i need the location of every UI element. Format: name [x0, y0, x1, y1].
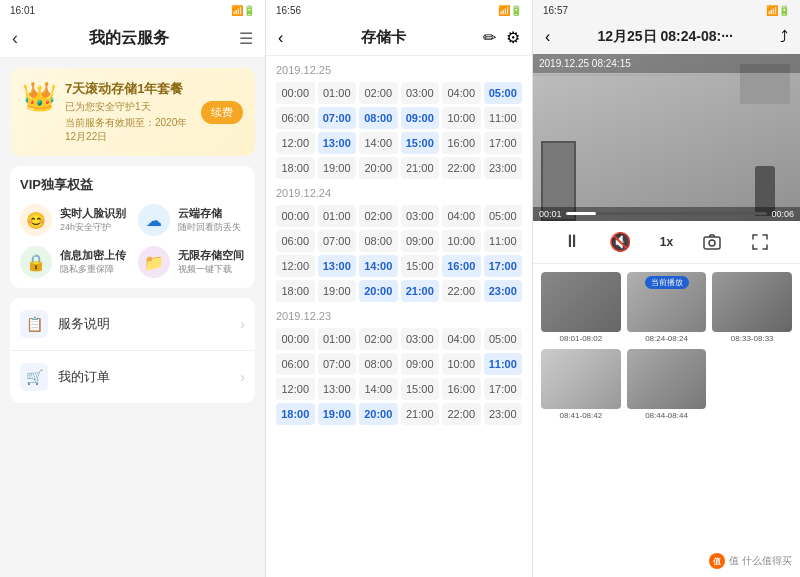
time-cell[interactable]: 15:00 [401, 378, 440, 400]
time-cell[interactable]: 07:00 [318, 230, 357, 252]
time-cell[interactable]: 02:00 [359, 82, 398, 104]
time-cell[interactable]: 14:00 [359, 255, 398, 277]
time-cell[interactable]: 16:00 [442, 132, 481, 154]
time-cell[interactable]: 02:00 [359, 205, 398, 227]
video-progress-bar[interactable] [566, 212, 768, 215]
time-cell[interactable]: 02:00 [359, 328, 398, 350]
time-cell[interactable]: 21:00 [401, 403, 440, 425]
pause-button[interactable]: ⏸ [563, 231, 581, 252]
time-cell[interactable]: 08:00 [359, 230, 398, 252]
time-cell[interactable]: 17:00 [484, 378, 523, 400]
time-cell[interactable]: 16:00 [442, 255, 481, 277]
time-cell[interactable]: 07:00 [318, 107, 357, 129]
time-cell[interactable]: 13:00 [318, 378, 357, 400]
time-cell[interactable]: 13:00 [318, 132, 357, 154]
time-cell[interactable]: 08:00 [359, 107, 398, 129]
time-cell[interactable]: 14:00 [359, 132, 398, 154]
panel3-title: 12月25日 08:24-08:··· [597, 28, 732, 46]
back-button-2[interactable]: ‹ [278, 29, 283, 47]
time-cell[interactable]: 09:00 [401, 107, 440, 129]
time-cell[interactable]: 00:00 [276, 205, 315, 227]
time-cell[interactable]: 11:00 [484, 230, 523, 252]
time-cell[interactable]: 11:00 [484, 353, 523, 375]
time-cell[interactable]: 20:00 [359, 157, 398, 179]
time-cell[interactable]: 23:00 [484, 157, 523, 179]
time-cell[interactable]: 15:00 [401, 255, 440, 277]
time-cell[interactable]: 20:00 [359, 403, 398, 425]
time-cell[interactable]: 19:00 [318, 157, 357, 179]
time-cell[interactable]: 01:00 [318, 328, 357, 350]
thumb-item-4[interactable]: 08:41-08:42 [541, 349, 621, 420]
time-cell[interactable]: 06:00 [276, 353, 315, 375]
time-scroll-area[interactable]: 2019.12.2500:0001:0002:0003:0004:0005:00… [266, 56, 532, 577]
time-cell[interactable]: 14:00 [359, 378, 398, 400]
renew-button[interactable]: 续费 [201, 101, 243, 124]
time-cell[interactable]: 00:00 [276, 82, 315, 104]
thumb-item-2[interactable]: 当前播放 08:24-08:24 [627, 272, 707, 343]
time-cell[interactable]: 17:00 [484, 255, 523, 277]
time-cell[interactable]: 12:00 [276, 255, 315, 277]
thumb-item-1[interactable]: 08:01-08:02 [541, 272, 621, 343]
time-cell[interactable]: 10:00 [442, 353, 481, 375]
time-cell[interactable]: 03:00 [401, 205, 440, 227]
settings-icon[interactable]: ⚙ [506, 28, 520, 47]
time-cell[interactable]: 05:00 [484, 82, 523, 104]
time-cell[interactable]: 01:00 [318, 82, 357, 104]
time-cell[interactable]: 18:00 [276, 280, 315, 302]
time-cell[interactable]: 23:00 [484, 403, 523, 425]
video-player[interactable]: 2019.12.25 08:24:15 00:01 00:06 [533, 54, 800, 221]
time-cell[interactable]: 08:00 [359, 353, 398, 375]
time-cell[interactable]: 23:00 [484, 280, 523, 302]
back-button-3[interactable]: ‹ [545, 28, 550, 46]
time-cell[interactable]: 04:00 [442, 205, 481, 227]
thumb-item-5[interactable]: 08:44-08:44 [627, 349, 707, 420]
mute-button[interactable]: 🔇 [609, 231, 631, 253]
time-cell[interactable]: 06:00 [276, 230, 315, 252]
time-cell[interactable]: 21:00 [401, 280, 440, 302]
edit-icon[interactable]: ✏ [483, 28, 496, 47]
time-cell[interactable]: 22:00 [442, 403, 481, 425]
time-cell[interactable]: 00:00 [276, 328, 315, 350]
time-cell[interactable]: 17:00 [484, 132, 523, 154]
time-cell[interactable]: 05:00 [484, 328, 523, 350]
time-cell[interactable]: 16:00 [442, 378, 481, 400]
time-cell[interactable]: 19:00 [318, 403, 357, 425]
back-button-1[interactable]: ‹ [12, 28, 18, 49]
speed-button[interactable]: 1x [660, 235, 673, 249]
time-cell[interactable]: 21:00 [401, 157, 440, 179]
time-cell[interactable]: 11:00 [484, 107, 523, 129]
time-cell[interactable]: 19:00 [318, 280, 357, 302]
time-cell[interactable]: 09:00 [401, 353, 440, 375]
menu-item-orders[interactable]: 🛒 我的订单 › [10, 351, 255, 403]
time-cell[interactable]: 18:00 [276, 403, 315, 425]
time-cell[interactable]: 09:00 [401, 230, 440, 252]
video-progress-fill [566, 212, 596, 215]
time-cell[interactable]: 04:00 [442, 82, 481, 104]
time-cell[interactable]: 22:00 [442, 157, 481, 179]
time-cell[interactable]: 10:00 [442, 107, 481, 129]
time-cell[interactable]: 03:00 [401, 328, 440, 350]
time-cell[interactable]: 01:00 [318, 205, 357, 227]
time-cell[interactable]: 12:00 [276, 378, 315, 400]
benefit-sub-3: 隐私多重保障 [60, 263, 126, 276]
time-cell[interactable]: 10:00 [442, 230, 481, 252]
menu-icon-1[interactable]: ☰ [239, 29, 253, 48]
fullscreen-button[interactable] [750, 232, 770, 252]
time-cell[interactable]: 22:00 [442, 280, 481, 302]
time-cell[interactable]: 04:00 [442, 328, 481, 350]
time-cell[interactable]: 18:00 [276, 157, 315, 179]
time-cell[interactable]: 03:00 [401, 82, 440, 104]
benefit-title-1: 实时人脸识别 [60, 206, 126, 221]
vip-sub-text: 已为您安全守护1天 [65, 100, 193, 114]
thumb-item-3[interactable]: 08:33-08:33 [712, 272, 792, 343]
time-cell[interactable]: 05:00 [484, 205, 523, 227]
time-cell[interactable]: 13:00 [318, 255, 357, 277]
share-icon[interactable]: ⤴ [780, 28, 788, 46]
time-cell[interactable]: 07:00 [318, 353, 357, 375]
time-cell[interactable]: 06:00 [276, 107, 315, 129]
time-cell[interactable]: 12:00 [276, 132, 315, 154]
screenshot-button[interactable] [702, 232, 722, 252]
menu-item-service[interactable]: 📋 服务说明 › [10, 298, 255, 351]
time-cell[interactable]: 15:00 [401, 132, 440, 154]
time-cell[interactable]: 20:00 [359, 280, 398, 302]
